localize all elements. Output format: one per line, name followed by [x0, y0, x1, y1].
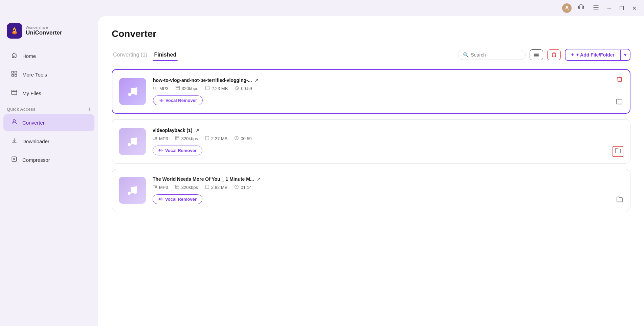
- file-duration-2: 00:59: [241, 136, 252, 141]
- sidebar-item-compressor[interactable]: Compressor: [3, 151, 94, 169]
- sidebar-item-more-tools[interactable]: More Tools: [3, 66, 94, 83]
- file-name-1: how-to-vlog-and-not-be-terrified-vloggin…: [153, 78, 252, 83]
- user-avatar-icon[interactable]: [562, 3, 572, 13]
- file-duration-1: 00:59: [241, 86, 252, 91]
- file-size-1: 2.23 MB: [212, 86, 228, 91]
- maximize-button[interactable]: ❐: [617, 4, 626, 13]
- sidebar-item-home[interactable]: Home: [3, 47, 94, 65]
- search-input[interactable]: [471, 52, 518, 58]
- add-file-button[interactable]: + + Add File/Folder ▾: [565, 49, 630, 61]
- duration-icon-3: [234, 184, 239, 190]
- svg-rect-31: [175, 185, 179, 189]
- spacer-2: [617, 126, 623, 132]
- menu-icon[interactable]: [591, 3, 601, 14]
- svg-rect-20: [153, 87, 156, 89]
- file-card-1: how-to-vlog-and-not-be-terrified-vloggin…: [112, 69, 630, 114]
- app-logo: Wondershare UniConverter: [0, 20, 98, 47]
- svg-rect-6: [15, 71, 17, 73]
- bitrate-icon-3: [175, 184, 180, 190]
- quick-access-add-button[interactable]: +: [87, 106, 91, 112]
- vocal-remover-button-2[interactable]: Vocal Remover: [153, 146, 202, 155]
- svg-point-29: [134, 191, 137, 194]
- open-folder-button-3[interactable]: [616, 196, 623, 205]
- file-card-actions-1: [616, 76, 623, 107]
- add-file-main[interactable]: + + Add File/Folder: [565, 49, 620, 60]
- file-name-2: videoplayback (1): [153, 128, 193, 133]
- quick-access-header: Quick Access +: [0, 103, 98, 113]
- sidebar-item-more-tools-label: More Tools: [22, 72, 47, 78]
- format-icon-1: [153, 86, 158, 91]
- svg-point-4: [12, 31, 17, 35]
- vocal-remover-button-3[interactable]: Vocal Remover: [153, 194, 202, 204]
- delete-all-button[interactable]: [547, 49, 561, 60]
- sidebar-item-downloader[interactable]: Downloader: [3, 133, 94, 150]
- brand-name: Wondershare: [26, 25, 62, 29]
- more-tools-icon: [10, 70, 18, 79]
- external-link-icon-3[interactable]: ↗: [257, 176, 261, 182]
- file-card-actions-3: [616, 175, 623, 205]
- file-card-actions-2: [613, 126, 623, 157]
- product-name: UniConverter: [26, 29, 62, 36]
- svg-rect-26: [175, 136, 179, 140]
- file-info-1: how-to-vlog-and-not-be-terrified-vloggin…: [153, 78, 609, 105]
- page-title: Converter: [112, 28, 630, 39]
- sidebar-item-converter-label: Converter: [22, 120, 45, 126]
- file-meta-3: MP3 320kbps 2.82 MB: [153, 184, 609, 190]
- file-card-2: videoplayback (1) ↗ MP3: [112, 119, 630, 164]
- svg-rect-30: [153, 186, 155, 188]
- search-box[interactable]: 🔍: [458, 50, 526, 60]
- toolbar: Converting (1) Finished 🔍 + + Add File/F…: [112, 49, 630, 61]
- format-icon-3: [153, 184, 157, 190]
- format-icon-2: [153, 136, 157, 142]
- converter-icon: [10, 118, 18, 127]
- vocal-remover-button-1[interactable]: Vocal Remover: [153, 95, 203, 105]
- downloader-icon: [10, 137, 18, 146]
- sidebar-item-my-files[interactable]: My Files: [3, 85, 94, 102]
- file-format-3: MP3: [159, 185, 168, 190]
- size-icon-1: [205, 86, 210, 91]
- sidebar: Wondershare UniConverter Home More Tools…: [0, 16, 98, 326]
- main-content: Converter Converting (1) Finished 🔍: [98, 16, 644, 326]
- size-icon-2: [205, 136, 209, 142]
- close-button[interactable]: ✕: [630, 4, 639, 13]
- tab-finished[interactable]: Finished: [153, 50, 178, 60]
- open-folder-button-2[interactable]: [613, 146, 623, 157]
- home-icon: [10, 52, 18, 60]
- search-icon: 🔍: [463, 52, 469, 58]
- duration-icon-2: [234, 136, 239, 142]
- list-view-button[interactable]: [530, 49, 543, 60]
- support-icon[interactable]: [576, 3, 586, 14]
- svg-point-0: [566, 6, 568, 8]
- compressor-icon: [10, 156, 18, 164]
- minimize-button[interactable]: ─: [605, 4, 613, 13]
- external-link-icon-2[interactable]: ↗: [195, 128, 199, 133]
- delete-file-button-1[interactable]: [616, 76, 623, 84]
- svg-point-19: [134, 92, 137, 95]
- file-meta-1: MP3 320kbps 2.23 MB: [153, 86, 609, 91]
- duration-icon-1: [235, 86, 239, 91]
- logo-icon: [7, 23, 22, 39]
- file-format-2: MP3: [159, 136, 168, 141]
- file-info-3: The World Needs More Of You _ 1 Minute M…: [153, 176, 609, 204]
- svg-point-24: [134, 142, 137, 145]
- quick-access-label: Quick Access: [7, 107, 36, 112]
- svg-rect-7: [12, 74, 14, 77]
- file-info-2: videoplayback (1) ↗ MP3: [153, 128, 606, 155]
- tab-converting[interactable]: Converting (1): [112, 50, 149, 60]
- add-file-dropdown-button[interactable]: ▾: [620, 50, 630, 60]
- sidebar-item-my-files-label: My Files: [22, 90, 41, 96]
- file-card-3: The World Needs More Of You _ 1 Minute M…: [112, 169, 630, 211]
- my-files-icon: [10, 89, 18, 97]
- external-link-icon-1[interactable]: ↗: [254, 78, 259, 83]
- add-file-label: + Add File/Folder: [576, 52, 615, 58]
- svg-rect-21: [176, 86, 179, 90]
- svg-rect-8: [15, 74, 17, 77]
- sidebar-item-converter[interactable]: Converter: [3, 114, 94, 131]
- svg-point-23: [128, 143, 131, 146]
- file-thumbnail-3: [119, 177, 146, 204]
- file-list: how-to-vlog-and-not-be-terrified-vloggin…: [112, 69, 630, 211]
- open-folder-button-1[interactable]: [616, 98, 623, 107]
- file-meta-2: MP3 320kbps 2.27 MB: [153, 136, 606, 142]
- titlebar: ─ ❐ ✕: [0, 0, 644, 16]
- file-name-3: The World Needs More Of You _ 1 Minute M…: [153, 176, 254, 182]
